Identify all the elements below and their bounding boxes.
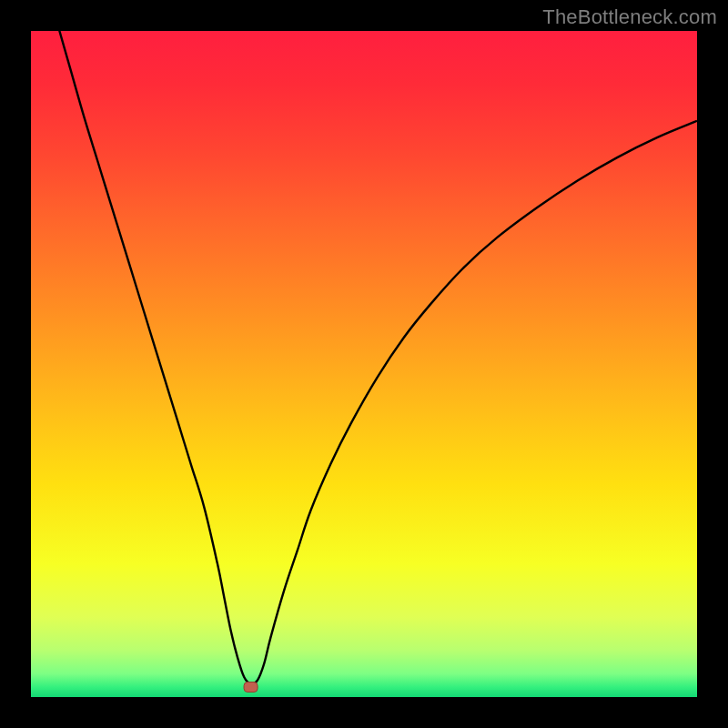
chart-frame: TheBottleneck.com [0, 0, 728, 728]
chart-svg [31, 31, 697, 697]
plot-area [31, 31, 697, 697]
gradient-background [31, 31, 697, 697]
optimum-marker [244, 682, 258, 693]
watermark-text: TheBottleneck.com [542, 5, 717, 29]
